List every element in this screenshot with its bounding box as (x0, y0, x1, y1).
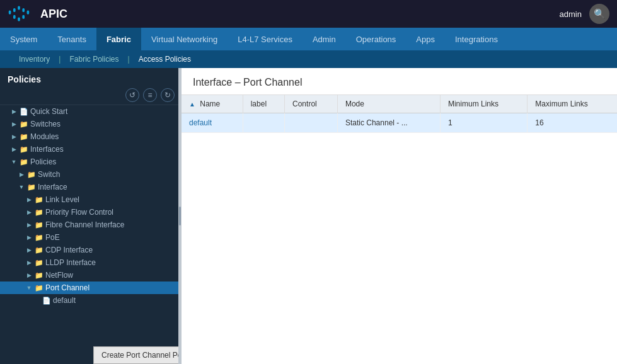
svg-rect-5 (27, 11, 30, 14)
folder-icon-interface: 📁 (27, 183, 36, 191)
nav-fabric[interactable]: Fabric (96, 28, 141, 50)
tree-item-lldp-interface[interactable]: ▶ 📁 LLDP Interface (0, 256, 178, 269)
content-area: Interface – Port Channel ▲ Name label (182, 68, 617, 364)
chevron-lldp-interface: ▶ (25, 259, 33, 266)
chevron-quick-start: ▶ (10, 108, 18, 115)
sidebar-header: Policies (0, 68, 178, 88)
tree-item-switch[interactable]: ▶ 📁 Switch (0, 168, 178, 181)
context-menu[interactable]: Create Port Channel Policy (93, 346, 178, 364)
tree-item-interface[interactable]: ▼ 📁 Interface (0, 181, 178, 193)
nav-system[interactable]: System (0, 28, 47, 50)
nav-operations[interactable]: Operations (346, 28, 407, 50)
cisco-logo (8, 3, 30, 25)
content-title-main: Interface (193, 77, 232, 88)
sidebar-refresh-icon[interactable]: ↺ (125, 88, 139, 102)
sidebar-title: Policies (8, 74, 41, 84)
cell-maximum-links: 16 (528, 113, 617, 133)
subnav-fabric-policies[interactable]: Fabric Policies (61, 50, 127, 68)
col-name[interactable]: ▲ Name (182, 95, 243, 113)
tree-item-modules[interactable]: ▶ 📁 Modules (0, 130, 178, 143)
table-row[interactable]: default Static Channel - ... 1 16 (182, 113, 617, 133)
sidebar-toolbar: ↺ ≡ ↻ (0, 88, 178, 105)
navbar: System Tenants Fabric Virtual Networking… (0, 28, 617, 50)
content-title: Interface – Port Channel (193, 77, 302, 88)
user-label: admin (560, 9, 582, 19)
tree-item-policies[interactable]: ▼ 📁 Policies (0, 156, 178, 168)
tree-item-link-level[interactable]: ▶ 📁 Link Level (0, 193, 178, 206)
svg-rect-4 (9, 11, 11, 14)
main-layout: Policies ↺ ≡ ↻ ▶ 📄 Quick Start ▶ 📁 Switc… (0, 68, 617, 364)
tree-label-switch: Switch (38, 170, 178, 179)
app-title: APIC (40, 8, 67, 21)
tree-label-cdp-interface: CDP Interface (45, 246, 178, 254)
tree-item-priority-flow-control[interactable]: ▶ 📁 Priority Flow Control (0, 206, 178, 219)
folder-icon-cdp-interface: 📁 (35, 246, 43, 254)
content-header: Interface – Port Channel (182, 68, 617, 95)
sort-arrow-name: ▲ (189, 101, 195, 108)
folder-icon-link-level: 📁 (35, 196, 43, 204)
svg-rect-3 (22, 8, 25, 12)
chevron-fibre-channel: ▶ (25, 222, 33, 228)
sidebar-resize-handle[interactable] (178, 68, 182, 364)
tree-item-cdp-interface[interactable]: ▶ 📁 CDP Interface (0, 244, 178, 256)
cell-label (243, 113, 284, 133)
cell-minimum-links: 1 (440, 113, 527, 133)
tree-item-poe[interactable]: ▶ 📁 PoE (0, 231, 178, 244)
svg-rect-6 (13, 15, 16, 19)
tree-item-port-channel[interactable]: ▼ 📁 Port Channel (0, 282, 178, 294)
tree-label-quick-start: Quick Start (30, 107, 178, 116)
tree-label-switches: Switches (30, 120, 178, 128)
tree-label-interface: Interface (38, 183, 178, 191)
tree-item-fibre-channel[interactable]: ▶ 📁 Fibre Channel Interface (0, 219, 178, 231)
nav-l4l7[interactable]: L4-L7 Services (228, 28, 303, 50)
chevron-modules: ▶ (10, 134, 18, 140)
col-control[interactable]: Control (285, 95, 338, 113)
sidebar: Policies ↺ ≡ ↻ ▶ 📄 Quick Start ▶ 📁 Switc… (0, 68, 178, 364)
nav-admin[interactable]: Admin (303, 28, 346, 50)
chevron-switches: ▶ (10, 121, 18, 127)
folder-icon-switch: 📁 (27, 171, 36, 179)
tree-label-poe: PoE (45, 233, 178, 242)
tree-item-quick-start[interactable]: ▶ 📄 Quick Start (0, 105, 178, 118)
subnav-inventory[interactable]: Inventory (10, 50, 59, 68)
col-minimum-links[interactable]: Minimum Links (440, 95, 527, 113)
cell-mode: Static Channel - ... (337, 113, 440, 133)
chevron-interface: ▼ (18, 184, 25, 190)
search-button[interactable]: 🔍 (589, 4, 609, 24)
chevron-poe: ▶ (25, 234, 33, 241)
nav-tenants[interactable]: Tenants (47, 28, 96, 50)
topbar: APIC admin 🔍 (0, 0, 617, 28)
col-maximum-links[interactable]: Maximum Links (528, 95, 617, 113)
nav-virtual-networking[interactable]: Virtual Networking (141, 28, 228, 50)
file-icon-default: 📄 (42, 297, 51, 305)
col-mode[interactable]: Mode (337, 95, 440, 113)
svg-rect-7 (22, 15, 25, 19)
folder-icon-netflow: 📁 (35, 271, 43, 280)
content-table-wrapper: ▲ Name label Control Mode (182, 95, 617, 364)
chevron-port-channel: ▼ (25, 285, 33, 291)
sidebar-menu-icon[interactable]: ≡ (143, 88, 157, 102)
context-menu-label: Create Port Channel Policy (101, 351, 178, 360)
sidebar-sync-icon[interactable]: ↻ (161, 88, 175, 102)
chevron-netflow: ▶ (25, 272, 33, 278)
subnav-access-policies[interactable]: Access Policies (130, 50, 200, 68)
col-label[interactable]: label (243, 95, 284, 113)
folder-icon-lldp-interface: 📁 (35, 259, 43, 267)
chevron-link-level: ▶ (25, 196, 33, 203)
tree-item-interfaces[interactable]: ▶ 📁 Interfaces (0, 143, 178, 156)
tree-item-netflow[interactable]: ▶ 📁 NetFlow (0, 269, 178, 282)
nav-apps[interactable]: Apps (406, 28, 445, 50)
port-channel-table: ▲ Name label Control Mode (182, 95, 617, 133)
tree-label-interfaces: Interfaces (30, 145, 178, 154)
tree-item-default[interactable]: 📄 default (0, 294, 178, 307)
chevron-switch: ▶ (18, 171, 25, 178)
tree-label-fibre-channel: Fibre Channel Interface (45, 220, 178, 229)
nav-integrations[interactable]: Integrations (445, 28, 508, 50)
tree-label-policies: Policies (30, 157, 178, 166)
chevron-cdp-interface: ▶ (25, 247, 33, 253)
tree-item-switches[interactable]: ▶ 📁 Switches (0, 118, 178, 130)
folder-icon-policies: 📁 (20, 158, 28, 166)
svg-rect-1 (18, 6, 20, 9)
chevron-policies: ▼ (10, 159, 18, 165)
chevron-priority-flow-control: ▶ (25, 209, 33, 215)
